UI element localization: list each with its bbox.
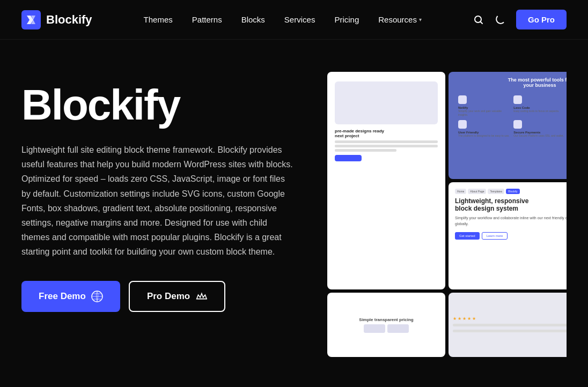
panel1-title: pre-made designs readynext project — [335, 129, 438, 138]
feature-user-friendly: User Friendly The platform is designed t… — [458, 120, 510, 138]
nav-links: Themes Patterns Blocks Services Pricing … — [144, 15, 422, 25]
mosaic-panel-7: ★ ★ ★ ★ ★ — [449, 293, 567, 357]
mosaic-panel-6: Simple transparent pricing — [327, 293, 445, 357]
nav-item-blocks[interactable]: Blocks — [241, 15, 265, 25]
panel4-text: Simplify your workflow and collaborate i… — [455, 215, 567, 227]
chevron-down-icon: ▾ — [419, 17, 422, 23]
panel4-get-started[interactable]: Get started — [455, 232, 480, 240]
brand-name: Blockify — [46, 13, 92, 27]
nav-item-resources[interactable]: Resources ▾ — [378, 15, 422, 24]
free-demo-button[interactable]: Free Demo — [21, 281, 120, 312]
go-pro-button[interactable]: Go Pro — [516, 10, 567, 29]
logo-link[interactable]: Blockify — [21, 10, 92, 29]
feature-less-code: Less Code Easy coding tools to focus on … — [513, 95, 565, 117]
search-button[interactable] — [473, 14, 484, 25]
mosaic-panel-2: The most powerful tools foryour business… — [449, 72, 567, 179]
crown-icon — [195, 291, 207, 302]
pro-demo-button[interactable]: Pro Demo — [129, 281, 225, 312]
dark-mode-button[interactable] — [495, 14, 505, 25]
nav-item-pricing[interactable]: Pricing — [334, 15, 359, 25]
hero-section: Blockify Lightweight full site editing b… — [0, 40, 588, 387]
feature-netlify: Netlify Simplify your work and gain valu… — [458, 95, 510, 117]
stars-row: ★ ★ ★ ★ ★ — [453, 316, 567, 321]
search-icon — [473, 14, 484, 25]
nav-item-services[interactable]: Services — [284, 15, 315, 25]
mosaic-panel-4: Home About Page Templates Blockify Light… — [449, 182, 567, 289]
hero-buttons: Free Demo Pro Demo — [21, 281, 306, 312]
mosaic-grid: pre-made designs readynext project The m… — [327, 72, 567, 372]
navbar: Blockify Themes Patterns Blocks Services… — [0, 0, 588, 40]
feature-secure-payments: Secure Payments Our Secure Platform uses… — [513, 120, 565, 138]
nav-actions: Go Pro — [473, 10, 567, 29]
panel4-title: Lightweight, responsiveblock design syst… — [455, 197, 567, 212]
nav-item-patterns[interactable]: Patterns — [192, 15, 222, 25]
panel6-title: Simple transparent pricing — [359, 317, 413, 322]
hero-title: Blockify — [21, 83, 306, 128]
logo-icon — [21, 10, 41, 29]
panel4-learn-more[interactable]: Learn more — [482, 232, 508, 240]
hero-left: Blockify Lightweight full site editing b… — [21, 72, 306, 312]
moon-icon — [495, 14, 505, 25]
mosaic-panel-1: pre-made designs readynext project — [327, 72, 445, 289]
hero-description: Lightweight full site editing block them… — [21, 143, 295, 259]
nav-item-themes[interactable]: Themes — [144, 15, 173, 25]
wordpress-icon — [91, 291, 103, 302]
hero-screenshots: pre-made designs readynext project The m… — [327, 72, 567, 372]
panel2-title: The most powerful tools foryour business — [454, 77, 567, 88]
